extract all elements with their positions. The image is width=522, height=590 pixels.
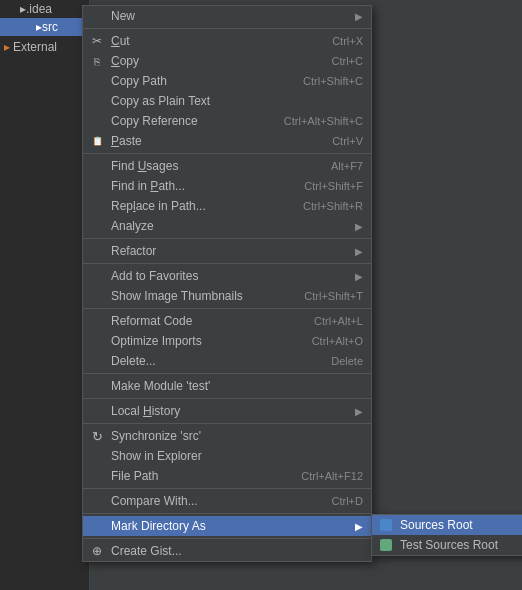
mark-directory-arrow-icon: ▶	[355, 521, 363, 532]
menu-item-file-path-shortcut: Ctrl+Alt+F12	[301, 470, 363, 482]
menu-item-copy-path[interactable]: Copy Path Ctrl+Shift+C	[83, 71, 371, 91]
menu-item-replace-path-shortcut: Ctrl+Shift+R	[303, 200, 363, 212]
test-sources-root-icon	[378, 537, 394, 553]
menu-item-optimize[interactable]: Optimize Imports Ctrl+Alt+O	[83, 331, 371, 351]
menu-item-add-favorites[interactable]: Add to Favorites ▶	[83, 266, 371, 286]
menu-item-copy-ref-label: Copy Reference	[111, 114, 264, 128]
menu-item-copy-ref[interactable]: Copy Reference Ctrl+Alt+Shift+C	[83, 111, 371, 131]
menu-item-mark-directory-label: Mark Directory As	[111, 519, 347, 533]
menu-item-copy-ref-shortcut: Ctrl+Alt+Shift+C	[284, 115, 363, 127]
menu-item-refactor[interactable]: Refactor ▶	[83, 241, 371, 261]
menu-item-reformat[interactable]: Reformat Code Ctrl+Alt+L	[83, 311, 371, 331]
menu-separator-3	[83, 238, 371, 239]
menu-item-make-module-label: Make Module 'test'	[111, 379, 363, 393]
menu-item-find-path-label: Find in Path...	[111, 179, 284, 193]
tree-item-label: External	[13, 40, 57, 54]
menu-item-copy-path-shortcut: Ctrl+Shift+C	[303, 75, 363, 87]
menu-item-cut-label: Cut	[111, 34, 312, 48]
menu-separator-8	[83, 423, 371, 424]
submenu-item-test-sources-root-label: Test Sources Root	[400, 538, 498, 552]
menu-item-show-explorer[interactable]: Show in Explorer	[83, 446, 371, 466]
menu-item-paste-label: Paste	[111, 134, 312, 148]
menu-item-find-usages[interactable]: Find Usages Alt+F7	[83, 156, 371, 176]
favorites-arrow-icon: ▶	[355, 271, 363, 282]
menu-item-delete-shortcut: Delete	[331, 355, 363, 367]
menu-item-mark-directory[interactable]: Mark Directory As ▶ Sources Root Test So…	[83, 516, 371, 536]
context-menu: New ▶ ✂ Cut Ctrl+X ⎘ Copy Ctrl+C Copy Pa…	[82, 5, 372, 562]
submenu-item-test-sources-root[interactable]: Test Sources Root	[372, 535, 522, 555]
menu-item-create-gist[interactable]: ⊕ Create Gist...	[83, 541, 371, 561]
paste-icon: 📋	[89, 133, 105, 149]
menu-item-find-path[interactable]: Find in Path... Ctrl+Shift+F	[83, 176, 371, 196]
menu-separator-4	[83, 263, 371, 264]
external-icon: ▸	[4, 40, 10, 54]
menu-item-show-thumbnails-shortcut: Ctrl+Shift+T	[304, 290, 363, 302]
menu-item-reformat-shortcut: Ctrl+Alt+L	[314, 315, 363, 327]
menu-item-find-usages-shortcut: Alt+F7	[331, 160, 363, 172]
submenu-item-sources-root[interactable]: Sources Root	[372, 515, 522, 535]
menu-item-copy[interactable]: ⎘ Copy Ctrl+C	[83, 51, 371, 71]
menu-item-make-module[interactable]: Make Module 'test'	[83, 376, 371, 396]
menu-item-find-usages-label: Find Usages	[111, 159, 311, 173]
menu-item-synchronize[interactable]: ↻ Synchronize 'src'	[83, 426, 371, 446]
menu-item-show-explorer-label: Show in Explorer	[111, 449, 363, 463]
menu-item-copy-plain[interactable]: Copy as Plain Text	[83, 91, 371, 111]
menu-item-copy-label: Copy	[111, 54, 312, 68]
copy-icon: ⎘	[89, 53, 105, 69]
menu-item-paste-shortcut: Ctrl+V	[332, 135, 363, 147]
tree-item-label: .idea	[26, 2, 52, 16]
menu-item-cut-shortcut: Ctrl+X	[332, 35, 363, 47]
menu-item-compare-shortcut: Ctrl+D	[332, 495, 363, 507]
scissors-icon: ✂	[89, 33, 105, 49]
tree-panel: ▸ .idea ▸ src ▸ External	[0, 0, 90, 590]
menu-separator-7	[83, 398, 371, 399]
menu-item-reformat-label: Reformat Code	[111, 314, 294, 328]
menu-item-copy-plain-label: Copy as Plain Text	[111, 94, 363, 108]
menu-item-cut[interactable]: ✂ Cut Ctrl+X	[83, 31, 371, 51]
menu-separator-5	[83, 308, 371, 309]
menu-separator-11	[83, 538, 371, 539]
menu-item-optimize-shortcut: Ctrl+Alt+O	[312, 335, 363, 347]
menu-item-copy-shortcut: Ctrl+C	[332, 55, 363, 67]
gist-icon: ⊕	[89, 543, 105, 559]
menu-item-replace-path[interactable]: Replace in Path... Ctrl+Shift+R	[83, 196, 371, 216]
menu-item-analyze-label: Analyze	[111, 219, 347, 233]
menu-separator-1	[83, 28, 371, 29]
sources-root-icon	[378, 517, 394, 533]
menu-item-replace-path-label: Replace in Path...	[111, 199, 283, 213]
menu-item-new[interactable]: New ▶	[83, 6, 371, 26]
menu-item-synchronize-label: Synchronize 'src'	[111, 429, 363, 443]
menu-item-analyze[interactable]: Analyze ▶	[83, 216, 371, 236]
menu-item-delete[interactable]: Delete... Delete	[83, 351, 371, 371]
menu-item-create-gist-label: Create Gist...	[111, 544, 363, 558]
menu-item-local-history-label: Local History	[111, 404, 347, 418]
menu-item-local-history[interactable]: Local History ▶	[83, 401, 371, 421]
submenu-mark-directory: Sources Root Test Sources Root	[371, 514, 522, 556]
sync-icon: ↻	[89, 428, 105, 444]
menu-item-show-thumbnails[interactable]: Show Image Thumbnails Ctrl+Shift+T	[83, 286, 371, 306]
menu-item-find-path-shortcut: Ctrl+Shift+F	[304, 180, 363, 192]
menu-item-paste[interactable]: 📋 Paste Ctrl+V	[83, 131, 371, 151]
menu-item-show-thumbnails-label: Show Image Thumbnails	[111, 289, 284, 303]
menu-item-compare-label: Compare With...	[111, 494, 312, 508]
tree-item-src[interactable]: ▸ src	[0, 18, 89, 36]
menu-separator-9	[83, 488, 371, 489]
submenu-item-sources-root-label: Sources Root	[400, 518, 473, 532]
menu-item-file-path[interactable]: File Path Ctrl+Alt+F12	[83, 466, 371, 486]
menu-item-compare[interactable]: Compare With... Ctrl+D	[83, 491, 371, 511]
menu-item-file-path-label: File Path	[111, 469, 281, 483]
menu-item-delete-label: Delete...	[111, 354, 311, 368]
tree-item-label: src	[42, 20, 58, 34]
tree-item-idea[interactable]: ▸ .idea	[0, 0, 89, 18]
menu-item-add-favorites-label: Add to Favorites	[111, 269, 347, 283]
menu-item-optimize-label: Optimize Imports	[111, 334, 292, 348]
menu-separator-10	[83, 513, 371, 514]
tree-item-external[interactable]: ▸ External	[0, 38, 89, 56]
menu-item-refactor-label: Refactor	[111, 244, 347, 258]
refactor-arrow-icon: ▶	[355, 246, 363, 257]
menu-separator-2	[83, 153, 371, 154]
menu-item-copy-path-label: Copy Path	[111, 74, 283, 88]
arrow-icon: ▶	[355, 11, 363, 22]
menu-separator-6	[83, 373, 371, 374]
local-history-arrow-icon: ▶	[355, 406, 363, 417]
